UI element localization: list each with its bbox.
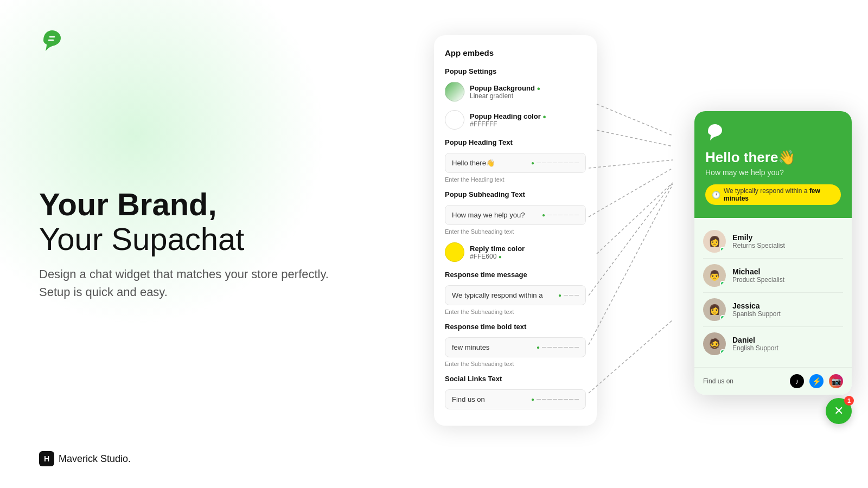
agent-avatar-emily: 👩 (703, 230, 726, 253)
popup-subheading-text-input[interactable]: How may we help you? ● (445, 205, 586, 225)
popup-subheading-hint: Enter the Subheading text (445, 228, 586, 235)
chat-agents-list: 👩 Emily Returns Specialist 👨 Michael Pro… (694, 218, 852, 367)
instagram-icon[interactable]: 📷 (829, 374, 843, 388)
response-time-message-input[interactable]: We typically respond within a ● (445, 285, 586, 305)
maverick-logo-letter: H (44, 454, 49, 463)
widget-logo-icon (705, 122, 725, 142)
agent-avatar-daniel: 🧔 (703, 332, 726, 355)
popup-subheading-text-label: Popup Subheading Text (445, 190, 586, 198)
agent-status-dot (720, 247, 725, 252)
popup-settings-label: Popup Settings (445, 67, 586, 75)
close-button[interactable]: ✕ 1 (826, 398, 852, 424)
dashed-line-decoration-2 (547, 215, 579, 216)
popup-heading-color-name: Popup Heading color ● (470, 112, 546, 120)
agent-name-jessica: Jessica (732, 301, 781, 310)
svg-line-1 (597, 130, 673, 146)
headline: Your Brand, Your Supachat (39, 187, 408, 256)
popup-background-name: Popup Background ● (470, 84, 540, 92)
social-links-value: Find us on (452, 395, 531, 403)
popup-heading-color-label-group: Popup Heading color ● #FFFFFF (470, 112, 546, 128)
panel-title: App embeds (445, 48, 586, 57)
agent-info-emily: Emily Returns Specialist (732, 233, 785, 249)
agent-status-dot-michael (720, 281, 725, 286)
popup-background-swatch (445, 82, 464, 101)
chat-header: Hello there👋 How may we help you? 🕐 We t… (694, 111, 852, 218)
notification-badge: 1 (844, 396, 854, 406)
bottom-logo: H Maverick Studio. (39, 451, 131, 466)
tiktok-icon[interactable]: ♪ (790, 374, 804, 388)
agent-row-emily[interactable]: 👩 Emily Returns Specialist (703, 224, 843, 259)
agent-role-jessica: Spanish Support (732, 310, 781, 318)
agent-status-dot-daniel (720, 349, 725, 355)
left-panel: Your Brand, Your Supachat Design a chat … (39, 0, 408, 488)
popup-heading-color-value: #FFFFFF (470, 120, 546, 128)
agent-info-jessica: Jessica Spanish Support (732, 301, 781, 318)
dashed-line-decoration-3 (564, 295, 579, 296)
reply-time-color-row: Reply time color #FFE600 ● (445, 242, 586, 262)
agent-role-michael: Product Specialist (732, 276, 784, 284)
popup-background-value: Linear gradient (470, 92, 540, 100)
agent-name-daniel: Daniel (732, 336, 778, 344)
reply-time-color-label-group: Reply time color #FFE600 ● (470, 245, 525, 260)
agent-role-emily: Returns Specialist (732, 242, 785, 249)
right-container: App embeds Popup Settings Popup Backgrou… (423, 0, 868, 488)
response-time-message-label: Response time message (445, 271, 586, 279)
popup-heading-text-value: Hello there👋 (452, 159, 531, 167)
reply-time-color-swatch (445, 242, 464, 262)
agent-info-michael: Michael Product Specialist (732, 267, 784, 284)
dashed-line-decoration (537, 163, 579, 164)
headline-light: Your Supachat (39, 222, 408, 256)
reply-time-text: We typically respond within a few minute… (724, 187, 834, 202)
popup-heading-text-input[interactable]: Hello there👋 ● (445, 153, 586, 173)
svg-line-3 (589, 168, 673, 217)
svg-line-4 (597, 183, 673, 254)
clock-icon: 🕐 (712, 191, 720, 199)
chat-footer: Find us on ♪ ⚡ 📷 (694, 367, 852, 395)
agent-name-emily: Emily (732, 233, 785, 242)
response-time-hint: Enter the Subheading text (445, 309, 586, 315)
subheadline: Design a chat widget that matches your s… (39, 265, 343, 301)
popup-heading-color-row: Popup Heading color ● #FFFFFF (445, 110, 586, 130)
popup-heading-color-swatch (445, 110, 464, 130)
popup-subheading-text-value: How may we help you? (452, 211, 542, 219)
response-time-bold-label: Response time bold text (445, 323, 586, 331)
messenger-icon[interactable]: ⚡ (809, 374, 824, 388)
social-links-input[interactable]: Find us on ● (445, 389, 586, 409)
popup-background-row: Popup Background ● Linear gradient (445, 82, 586, 101)
chat-subheading: How may we help you? (705, 168, 841, 177)
svg-line-2 (589, 160, 673, 168)
svg-line-5 (589, 183, 673, 296)
response-time-bold-value: few minutes (452, 343, 537, 351)
svg-line-6 (589, 184, 673, 345)
agent-row-daniel[interactable]: 🧔 Daniel English Support (703, 327, 843, 361)
agent-info-daniel: Daniel English Support (732, 336, 778, 352)
social-icons-group: ♪ ⚡ 📷 (790, 374, 843, 388)
maverick-logo-box: H (39, 451, 54, 466)
maverick-name: Maverick (59, 453, 98, 464)
response-time-bold-hint: Enter the Subheading text (445, 361, 586, 367)
close-icon: ✕ (834, 404, 844, 418)
agent-name-michael: Michael (732, 267, 784, 276)
agent-row-michael[interactable]: 👨 Michael Product Specialist (703, 259, 843, 293)
response-time-bold-input[interactable]: few minutes ● (445, 337, 586, 357)
reply-time-color-value: #FFE600 ● (470, 253, 525, 260)
social-links-label: Social Links Text (445, 375, 586, 383)
headline-bold: Your Brand, (39, 187, 408, 222)
popup-background-label-group: Popup Background ● Linear gradient (470, 84, 540, 100)
svg-line-0 (597, 104, 673, 136)
svg-line-7 (589, 320, 673, 393)
reply-time-color-name: Reply time color (470, 245, 525, 253)
agent-role-daniel: English Support (732, 344, 778, 352)
agent-avatar-jessica: 👩 (703, 298, 726, 321)
chat-widget: Hello there👋 How may we help you? 🕐 We t… (694, 111, 852, 395)
agent-row-jessica[interactable]: 👩 Jessica Spanish Support (703, 293, 843, 327)
dashed-line-decoration-4 (542, 347, 579, 348)
agent-avatar-michael: 👨 (703, 264, 726, 287)
chat-greeting: Hello there👋 (705, 149, 841, 166)
agent-status-dot-jessica (720, 315, 725, 320)
response-time-message-value: We typically respond within a (452, 291, 558, 299)
maverick-suffix: Studio. (98, 453, 131, 464)
dashed-line-decoration-5 (537, 399, 579, 400)
popup-heading-text-label: Popup Heading Text (445, 138, 586, 146)
find-us-label: Find us on (703, 377, 733, 385)
